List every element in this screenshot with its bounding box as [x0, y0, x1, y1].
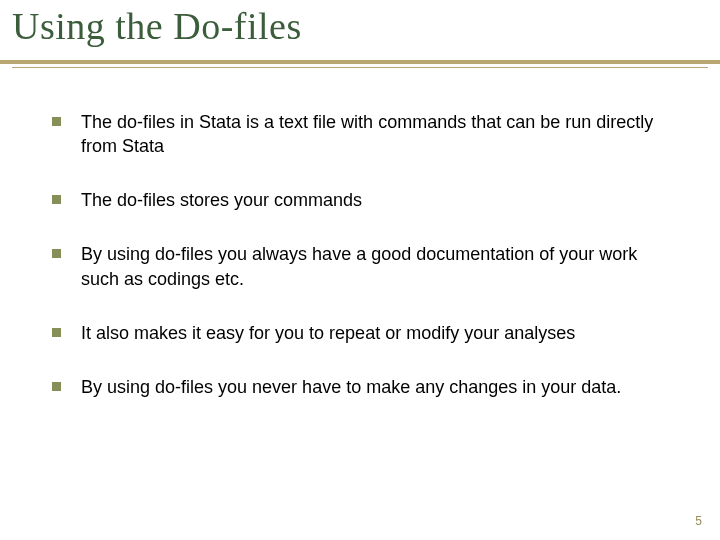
- title-area: Using the Do-files: [0, 0, 720, 58]
- bullet-text: The do-files in Stata is a text file wit…: [81, 110, 668, 159]
- slide: Using the Do-files The do-files in Stata…: [0, 0, 720, 540]
- content-area: The do-files in Stata is a text file wit…: [0, 68, 720, 400]
- slide-title: Using the Do-files: [12, 4, 708, 58]
- square-bullet-icon: [52, 117, 61, 126]
- list-item: The do-files stores your commands: [52, 188, 668, 212]
- bullet-text: By using do-files you always have a good…: [81, 242, 668, 291]
- bullet-text: The do-files stores your commands: [81, 188, 668, 212]
- list-item: It also makes it easy for you to repeat …: [52, 321, 668, 345]
- list-item: By using do-files you never have to make…: [52, 375, 668, 399]
- title-rule-thick: [0, 60, 720, 64]
- square-bullet-icon: [52, 382, 61, 391]
- bullet-text: By using do-files you never have to make…: [81, 375, 668, 399]
- bullet-text: It also makes it easy for you to repeat …: [81, 321, 668, 345]
- square-bullet-icon: [52, 328, 61, 337]
- list-item: The do-files in Stata is a text file wit…: [52, 110, 668, 159]
- square-bullet-icon: [52, 249, 61, 258]
- square-bullet-icon: [52, 195, 61, 204]
- list-item: By using do-files you always have a good…: [52, 242, 668, 291]
- page-number: 5: [695, 514, 702, 528]
